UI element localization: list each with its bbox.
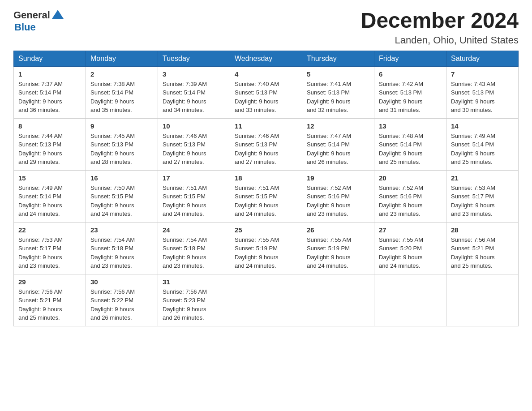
table-row: 9 Sunrise: 7:45 AM Sunset: 5:13 PM Dayli… — [86, 118, 158, 170]
day-info: Sunrise: 7:47 AM Sunset: 5:14 PM Dayligh… — [307, 132, 369, 167]
day-number: 5 — [307, 70, 369, 78]
day-number: 16 — [90, 174, 153, 182]
table-row: 12 Sunrise: 7:47 AM Sunset: 5:14 PM Dayl… — [302, 118, 374, 170]
logo-general: General — [13, 9, 50, 21]
header-monday: Monday — [86, 51, 158, 66]
table-row: 29 Sunrise: 7:56 AM Sunset: 5:21 PM Dayl… — [14, 274, 86, 326]
table-row: 1 Sunrise: 7:37 AM Sunset: 5:14 PM Dayli… — [14, 66, 86, 118]
table-row: 31 Sunrise: 7:56 AM Sunset: 5:23 PM Dayl… — [158, 274, 230, 326]
day-number: 6 — [379, 70, 442, 78]
table-row — [374, 274, 446, 326]
day-number: 30 — [90, 278, 153, 286]
table-row: 11 Sunrise: 7:46 AM Sunset: 5:13 PM Dayl… — [230, 118, 302, 170]
day-info: Sunrise: 7:44 AM Sunset: 5:13 PM Dayligh… — [18, 132, 81, 167]
day-number: 13 — [379, 122, 442, 130]
table-row: 5 Sunrise: 7:41 AM Sunset: 5:13 PM Dayli… — [302, 66, 374, 118]
day-info: Sunrise: 7:51 AM Sunset: 5:15 PM Dayligh… — [163, 184, 225, 218]
main-title: December 2024 — [361, 9, 519, 33]
table-row — [230, 274, 302, 326]
calendar-week-row: 1 Sunrise: 7:37 AM Sunset: 5:14 PM Dayli… — [14, 66, 519, 118]
table-row: 27 Sunrise: 7:55 AM Sunset: 5:20 PM Dayl… — [374, 222, 446, 274]
header-thursday: Thursday — [302, 51, 374, 66]
day-info: Sunrise: 7:50 AM Sunset: 5:15 PM Dayligh… — [90, 184, 153, 218]
day-info: Sunrise: 7:46 AM Sunset: 5:13 PM Dayligh… — [163, 132, 225, 167]
table-row: 16 Sunrise: 7:50 AM Sunset: 5:15 PM Dayl… — [86, 170, 158, 222]
calendar-week-row: 15 Sunrise: 7:49 AM Sunset: 5:14 PM Dayl… — [14, 170, 519, 222]
day-number: 3 — [163, 70, 225, 78]
table-row: 2 Sunrise: 7:38 AM Sunset: 5:14 PM Dayli… — [86, 66, 158, 118]
header-sunday: Sunday — [14, 51, 86, 66]
header-friday: Friday — [374, 51, 446, 66]
day-info: Sunrise: 7:56 AM Sunset: 5:21 PM Dayligh… — [451, 235, 514, 270]
day-number: 29 — [18, 278, 81, 286]
title-area: December 2024 Landen, Ohio, United State… — [361, 9, 519, 46]
calendar-week-row: 8 Sunrise: 7:44 AM Sunset: 5:13 PM Dayli… — [14, 118, 519, 170]
day-info: Sunrise: 7:38 AM Sunset: 5:14 PM Dayligh… — [90, 80, 153, 115]
table-row: 15 Sunrise: 7:49 AM Sunset: 5:14 PM Dayl… — [14, 170, 86, 222]
day-info: Sunrise: 7:40 AM Sunset: 5:13 PM Dayligh… — [235, 80, 297, 115]
day-info: Sunrise: 7:45 AM Sunset: 5:13 PM Dayligh… — [90, 132, 153, 167]
table-row: 26 Sunrise: 7:55 AM Sunset: 5:19 PM Dayl… — [302, 222, 374, 274]
calendar-week-row: 29 Sunrise: 7:56 AM Sunset: 5:21 PM Dayl… — [14, 274, 519, 326]
header-wednesday: Wednesday — [230, 51, 302, 66]
day-number: 19 — [307, 174, 369, 182]
day-info: Sunrise: 7:37 AM Sunset: 5:14 PM Dayligh… — [18, 80, 81, 115]
day-info: Sunrise: 7:53 AM Sunset: 5:17 PM Dayligh… — [18, 235, 81, 270]
day-number: 7 — [451, 70, 514, 78]
logo: General Blue — [13, 9, 64, 33]
calendar-header-row: Sunday Monday Tuesday Wednesday Thursday… — [14, 51, 519, 66]
day-info: Sunrise: 7:42 AM Sunset: 5:13 PM Dayligh… — [379, 80, 442, 115]
day-number: 15 — [18, 174, 81, 182]
table-row: 4 Sunrise: 7:40 AM Sunset: 5:13 PM Dayli… — [230, 66, 302, 118]
calendar-week-row: 22 Sunrise: 7:53 AM Sunset: 5:17 PM Dayl… — [14, 222, 519, 274]
table-row — [302, 274, 374, 326]
table-row: 14 Sunrise: 7:49 AM Sunset: 5:14 PM Dayl… — [446, 118, 519, 170]
header-tuesday: Tuesday — [158, 51, 230, 66]
table-row: 25 Sunrise: 7:55 AM Sunset: 5:19 PM Dayl… — [230, 222, 302, 274]
table-row: 17 Sunrise: 7:51 AM Sunset: 5:15 PM Dayl… — [158, 170, 230, 222]
day-number: 4 — [235, 70, 297, 78]
table-row: 24 Sunrise: 7:54 AM Sunset: 5:18 PM Dayl… — [158, 222, 230, 274]
day-number: 28 — [451, 226, 514, 234]
day-info: Sunrise: 7:56 AM Sunset: 5:23 PM Dayligh… — [163, 287, 225, 322]
day-number: 9 — [90, 122, 153, 130]
day-number: 10 — [163, 122, 225, 130]
day-number: 12 — [307, 122, 369, 130]
table-row: 7 Sunrise: 7:43 AM Sunset: 5:13 PM Dayli… — [446, 66, 519, 118]
table-row: 3 Sunrise: 7:39 AM Sunset: 5:14 PM Dayli… — [158, 66, 230, 118]
table-row: 6 Sunrise: 7:42 AM Sunset: 5:13 PM Dayli… — [374, 66, 446, 118]
day-info: Sunrise: 7:46 AM Sunset: 5:13 PM Dayligh… — [235, 132, 297, 167]
table-row: 30 Sunrise: 7:56 AM Sunset: 5:22 PM Dayl… — [86, 274, 158, 326]
table-row: 23 Sunrise: 7:54 AM Sunset: 5:18 PM Dayl… — [86, 222, 158, 274]
day-number: 23 — [90, 226, 153, 234]
day-number: 11 — [235, 122, 297, 130]
day-info: Sunrise: 7:39 AM Sunset: 5:14 PM Dayligh… — [163, 80, 225, 115]
table-row: 8 Sunrise: 7:44 AM Sunset: 5:13 PM Dayli… — [14, 118, 86, 170]
day-info: Sunrise: 7:48 AM Sunset: 5:14 PM Dayligh… — [379, 132, 442, 167]
day-number: 2 — [90, 70, 153, 78]
day-info: Sunrise: 7:55 AM Sunset: 5:19 PM Dayligh… — [307, 235, 369, 270]
calendar-table: Sunday Monday Tuesday Wednesday Thursday… — [13, 51, 519, 326]
day-info: Sunrise: 7:56 AM Sunset: 5:21 PM Dayligh… — [18, 287, 81, 322]
table-row: 22 Sunrise: 7:53 AM Sunset: 5:17 PM Dayl… — [14, 222, 86, 274]
day-number: 8 — [18, 122, 81, 130]
day-number: 17 — [163, 174, 225, 182]
subtitle: Landen, Ohio, United States — [361, 34, 519, 46]
table-row: 19 Sunrise: 7:52 AM Sunset: 5:16 PM Dayl… — [302, 170, 374, 222]
day-number: 25 — [235, 226, 297, 234]
day-info: Sunrise: 7:49 AM Sunset: 5:14 PM Dayligh… — [451, 132, 514, 167]
table-row: 21 Sunrise: 7:53 AM Sunset: 5:17 PM Dayl… — [446, 170, 519, 222]
page-header: General Blue December 2024 Landen, Ohio,… — [13, 9, 519, 46]
table-row: 28 Sunrise: 7:56 AM Sunset: 5:21 PM Dayl… — [446, 222, 519, 274]
day-info: Sunrise: 7:55 AM Sunset: 5:19 PM Dayligh… — [235, 235, 297, 270]
table-row: 20 Sunrise: 7:52 AM Sunset: 5:16 PM Dayl… — [374, 170, 446, 222]
day-number: 14 — [451, 122, 514, 130]
day-info: Sunrise: 7:56 AM Sunset: 5:22 PM Dayligh… — [90, 287, 153, 322]
day-info: Sunrise: 7:54 AM Sunset: 5:18 PM Dayligh… — [90, 235, 153, 270]
logo-triangle-icon — [51, 8, 64, 21]
day-number: 18 — [235, 174, 297, 182]
day-number: 27 — [379, 226, 442, 234]
day-number: 24 — [163, 226, 225, 234]
day-info: Sunrise: 7:41 AM Sunset: 5:13 PM Dayligh… — [307, 80, 369, 115]
day-info: Sunrise: 7:52 AM Sunset: 5:16 PM Dayligh… — [307, 184, 369, 218]
